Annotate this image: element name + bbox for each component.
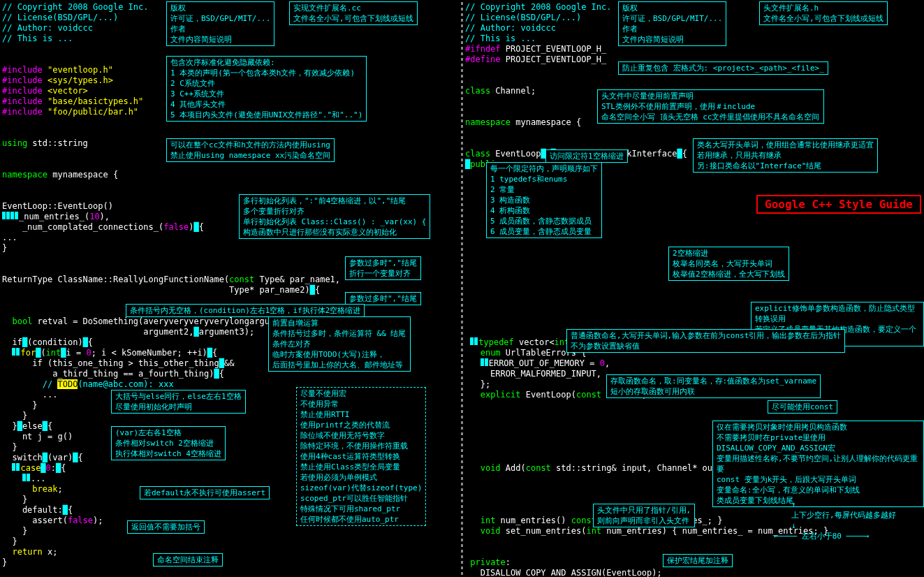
note-default: 若default永不执行可使用assert bbox=[140, 486, 270, 499]
rnote-access: 访问限定符1空格缩进 bbox=[545, 149, 628, 163]
note-initlist: 多行初始化列表，":"前4空格缩进，以","结尾 多个变量折行对齐 单行初始化列… bbox=[239, 194, 430, 239]
note-params: 参数过多时","结尾 折行一个变量对齐 bbox=[345, 256, 421, 280]
note-for: 前置自增运算 条件括号过多时，条件运算符 && 结尾 条件左对齐 临时方案使用T… bbox=[268, 316, 411, 372]
note-copyright: 版权 许可证，BSD/GPL/MIT/... 作者 文件内容简短说明 bbox=[166, 1, 274, 46]
note-include-order: 包含次序标准化避免隐藏依赖: 1 本类的声明(第一个包含本类h文件，有效减少依赖… bbox=[166, 56, 367, 122]
rnote-const: 尽可能使用const bbox=[768, 400, 837, 414]
note-return: 返回值不需要加括号 bbox=[127, 520, 205, 534]
rnote-order: 每一个限定符内，声明顺序如下 1 typedefs和enums 2 常量 3 构… bbox=[486, 162, 602, 238]
rnote-classname: 类名大写开头单词，使用组合通常比使用继承更适宜 若用继承，只用共有继承 另:接口… bbox=[693, 138, 878, 173]
note-switch: (var)左右各1空格 条件相对switch 2空格缩进 执行体相对switch… bbox=[111, 426, 226, 460]
note-cc-ext: 实现文件扩展名.cc 文件名全小写,可包含下划线或短线 bbox=[289, 1, 418, 25]
rnote-h-ext: 头文件扩展名.h 文件名全小写,可包含下划线或短线 bbox=[759, 1, 888, 25]
note-else: 大括号与else同行，else左右1空格 尽量使用初始化时声明 bbox=[111, 390, 246, 414]
diagram-title: Google C++ Style Guide bbox=[756, 195, 921, 214]
rnote-endif: 保护宏结尾加注释 bbox=[663, 554, 733, 567]
rnote-guard: 防止重复包含 宏格式为: <project>_<path>_<file>_ bbox=[618, 61, 828, 75]
note-forbidden: 尽量不使用宏 不使用异常 禁止使用RTTI 使用printf之类的代替流 除位域… bbox=[296, 387, 426, 526]
note-using: 可以在整个cc文件和h文件的方法内使用using 禁止使用using names… bbox=[166, 138, 335, 162]
note-ns-end: 命名空间结束注释 bbox=[153, 553, 223, 567]
rnote-accessor: 存取函数命名，取:同变量名，存:值函数名为set_varname 短小的存取函数… bbox=[606, 374, 821, 398]
rnote-typedef: 2空格缩进 枚举名同类名，大写开头单词 枚举值2空格缩进，全大写下划线 bbox=[668, 247, 789, 281]
rnote-private: 仅在需要拷贝对象时使用拷贝构造函数 不需要拷贝时在private里使用DISAL… bbox=[712, 421, 924, 507]
note-ifcond: 条件括号内无空格，(condition)左右1空格，if执行体2空格缩进 bbox=[126, 304, 365, 317]
right-pane: // Copyright 2008 Google Inc. // License… bbox=[463, 0, 924, 577]
rnote-copyright: 版权 许可证，BSD/GPL/MIT/... 作者 文件内容简短说明 bbox=[618, 1, 726, 46]
rnote-forward: 头文件中尽量使用前置声明 STL类例外不使用前置声明，使用＃include 命名… bbox=[597, 89, 824, 124]
rnote-funcname: 普通函数命名,大写开头单词,输入参数在前为const引用，输出参数在后为指针 不… bbox=[566, 329, 845, 353]
rnote-hspace: ←──── 左右小于80 ────→ bbox=[774, 531, 870, 541]
rnote-fwdptr: 头文件中只用了指针/引用, 则前向声明而非引入头文件 bbox=[593, 504, 695, 527]
left-pane: // Copyright 2008 Google Inc. // License… bbox=[0, 0, 461, 577]
rnote-vspace: ↑上下少空行,每屏代码越多越好↓ bbox=[791, 499, 896, 531]
